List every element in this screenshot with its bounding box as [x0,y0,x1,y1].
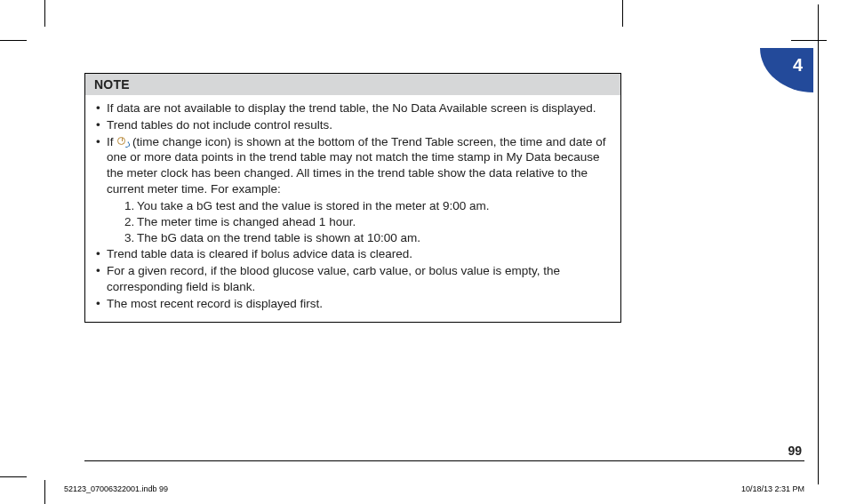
note-step-text: You take a bG test and the value is stor… [137,199,490,212]
crop-mark [44,0,45,27]
chapter-tab: 4 [760,48,813,92]
note-text: If [107,135,116,148]
note-bullet: Trend tables do not include control resu… [94,117,612,133]
crop-mark [44,480,45,504]
note-bullet: If (time change icon) is shown at the bo… [94,134,612,246]
note-bullet: The most recent record is displayed firs… [94,296,612,312]
page-number-rule [84,460,804,461]
crop-mark [0,476,27,477]
chapter-number: 4 [793,55,803,76]
note-bullet: For a given record, if the blood glucose… [94,263,612,295]
crop-mark [0,40,27,41]
note-step: 2.The meter time is changed ahead 1 hour… [124,214,612,230]
crop-mark [818,4,819,484]
note-step-text: The bG data on the trend table is shown … [137,231,420,244]
note-text: (time change icon) is shown at the botto… [107,135,606,196]
footer-filename: 52123_07006322001.indb 99 [64,484,168,493]
note-step: 3.The bG data on the trend table is show… [124,230,612,246]
note-step: 1.You take a bG test and the value is st… [124,198,612,214]
note-box: NOTE If data are not available to displa… [84,73,621,323]
note-header: NOTE [85,74,620,95]
page-number: 99 [788,444,802,458]
time-change-icon [116,136,129,147]
page: 4 NOTE If data are not available to disp… [49,18,813,502]
note-body: If data are not available to display the… [85,95,620,322]
note-bullet: Trend table data is cleared if bolus adv… [94,246,612,262]
footer-timestamp: 10/18/13 2:31 PM [741,484,804,493]
note-step-text: The meter time is changed ahead 1 hour. [137,215,356,228]
note-bullet: If data are not available to display the… [94,100,612,116]
